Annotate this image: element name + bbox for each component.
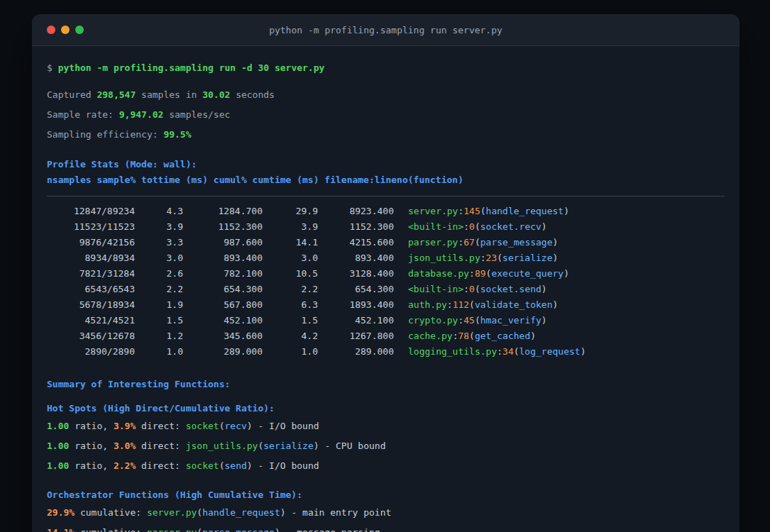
col-cumul-pct: 3.0 [263, 250, 318, 266]
titlebar[interactable]: python -m profiling.sampling run server.… [32, 14, 739, 46]
open-paren: ( [475, 221, 480, 232]
rate-value: 9,947.02 [119, 109, 164, 120]
col-cumul-pct: 1.5 [263, 313, 318, 328]
traffic-lights [47, 14, 84, 45]
close-paren: ) [275, 527, 280, 532]
function-name: recv [225, 421, 247, 431]
col-cumtime: 452.100 [318, 313, 394, 328]
close-paren: ) [553, 299, 559, 310]
file-name: cache.py [408, 331, 453, 341]
samples-count: 298,547 [97, 89, 136, 100]
stats-title-text: Profile Stats (Mode: wall): [47, 159, 197, 170]
file-name: crypto.py [408, 315, 458, 326]
colon-punctuation: : [463, 284, 469, 294]
open-paren: ( [475, 237, 480, 248]
location-cell: logging_utils.py:34(log_request) [408, 346, 585, 357]
close-paren: ) [280, 507, 286, 518]
col-cumul-pct: 1.0 [263, 344, 318, 360]
col-tottime: 654.300 [183, 282, 263, 297]
orchestrator-title-text: Orchestrator Functions (High Cumulative … [47, 489, 302, 500]
col-tottime: 1284.700 [183, 204, 263, 219]
file-name: server.py [408, 206, 458, 216]
col-cumul-pct: 29.9 [263, 204, 318, 219]
efficiency-label: Sampling efficiency: [47, 129, 163, 140]
location-cell: <built-in>:0(socket.recv) [408, 221, 547, 232]
stats-row: 4521/45211.5452.1001.5452.100crypto.py:4… [47, 313, 725, 328]
bound-note: - CPU bound [319, 440, 386, 451]
col-cumul-pct: 6.3 [263, 297, 318, 313]
line-number: 45 [463, 315, 475, 326]
col-sample-pct: 3.0 [135, 250, 183, 266]
orchestrator-item: 14.1% cumulative: parser.py(parse_messag… [47, 526, 725, 532]
sample-rate-line: Sample rate: 9,947.02 samples/sec [47, 109, 725, 121]
ratio-label: ratio, [69, 440, 114, 451]
line-number: 0 [469, 284, 475, 294]
col-nsamples: 11523/11523 [47, 219, 135, 235]
function-name: handle_request [486, 206, 564, 216]
location-cell: parser.py:67(parse_message) [408, 237, 558, 248]
col-nsamples: 7821/31284 [47, 266, 135, 282]
orchestrator-title: Orchestrator Functions (High Cumulative … [47, 489, 725, 501]
file-name: auth.py [408, 299, 447, 310]
open-paren: ( [197, 507, 202, 518]
window-title: python -m profiling.sampling run server.… [32, 25, 739, 35]
close-button[interactable] [47, 26, 55, 34]
minimize-button[interactable] [61, 26, 70, 34]
col-cumtime: 893.400 [318, 250, 394, 266]
captured-unit: seconds [230, 89, 275, 100]
terminal-content[interactable]: $ python -m profiling.sampling run -d 30… [32, 46, 739, 532]
col-cumtime: 654.300 [318, 282, 394, 297]
col-sample-pct: 1.2 [135, 328, 183, 344]
col-tottime: 452.100 [183, 313, 263, 328]
line-number: 23 [486, 253, 497, 263]
direct-label: direct: [136, 440, 185, 451]
close-paren: ) [563, 206, 569, 216]
cumulative-label: cumulative: [75, 527, 147, 532]
cumulative-pct: 14.1% [47, 527, 75, 532]
col-nsamples: 4521/4521 [47, 313, 135, 328]
function-name: parse_message [202, 527, 275, 532]
ratio-label: ratio, [69, 421, 114, 431]
direct-pct: 2.2% [114, 460, 136, 471]
line-number: 0 [469, 221, 475, 232]
hot-spot-item: 1.00 ratio, 3.9% direct: socket(recv) - … [47, 420, 725, 433]
role-note: - main entry point [286, 507, 392, 518]
role-note: - message parsing [280, 527, 380, 532]
line-number: 145 [463, 206, 480, 216]
col-tottime: 987.600 [183, 235, 263, 250]
hot-spots-title: Hot Spots (High Direct/Cumulative Ratio)… [47, 402, 725, 415]
colon-punctuation: : [447, 299, 453, 310]
ratio-value: 1.00 [47, 460, 69, 471]
location-cell: database.py:89(execute_query) [408, 268, 569, 279]
col-sample-pct: 1.5 [135, 313, 183, 328]
col-tottime: 893.400 [183, 250, 263, 266]
col-nsamples: 12847/89234 [47, 204, 135, 219]
col-cumtime: 1152.300 [318, 219, 394, 235]
file-name: json_utils.py [408, 253, 480, 263]
col-tottime: 1152.300 [183, 219, 263, 235]
col-sample-pct: 1.0 [135, 344, 183, 360]
open-paren: ( [497, 253, 502, 263]
line-number: 34 [502, 346, 514, 357]
close-paren: ) [541, 221, 547, 232]
ratio-value: 1.00 [47, 440, 69, 451]
module-name: parser.py [147, 527, 197, 532]
file-name: <built-in> [408, 284, 463, 294]
cumulative-pct: 29.9% [47, 507, 75, 518]
stats-row: 11523/115233.91152.3003.91152.300<built-… [47, 219, 725, 235]
col-tottime: 289.000 [183, 344, 263, 360]
hot-spot-item: 1.00 ratio, 3.0% direct: json_utils.py(s… [47, 440, 725, 453]
col-cumul-pct: 14.1 [263, 235, 318, 250]
direct-label: direct: [136, 421, 185, 431]
open-paren: ( [219, 421, 225, 431]
function-name: socket.recv [480, 221, 541, 232]
line-number: 67 [463, 237, 475, 248]
col-cumtime: 8923.400 [318, 204, 394, 219]
function-name: serialize [263, 440, 313, 451]
captured-line: Captured 298,547 samples in 30.02 second… [47, 89, 725, 101]
line-number: 78 [458, 331, 469, 341]
maximize-button[interactable] [75, 26, 84, 34]
function-name: parse_message [480, 237, 553, 248]
open-paren: ( [475, 315, 480, 326]
col-tottime: 567.800 [183, 297, 263, 313]
